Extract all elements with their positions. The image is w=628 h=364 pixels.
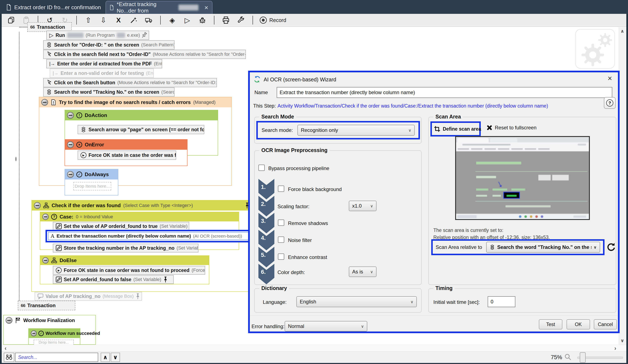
define-scan-area-button[interactable]: Define scan area [443,126,481,132]
this-step-path-link[interactable]: Activity Workflow/Transaction/Check if t… [278,103,588,109]
on-error-header[interactable]: × OnError [65,140,187,150]
delete-button[interactable]: X [114,15,123,25]
do-action-header[interactable]: ! DoAction [65,110,218,120]
cancel-button[interactable]: Cancel [594,319,617,329]
close-tab-icon[interactable]: × [204,4,208,11]
relative-step-value: Search the word "Tracking No." on the sc [497,244,591,250]
do-else-header[interactable]: DoElse [40,256,209,265]
block-type: (Managed) [193,100,215,105]
collapse-icon[interactable] [67,141,74,148]
case-header[interactable]: ? Case: 0 = Inbound Value [40,212,239,221]
step-force-ok-not-found[interactable]: ▶ Force OK state in case order was not f… [53,266,205,275]
step-store-tracking-number[interactable]: Store the tracking number in the AP trac… [53,244,198,252]
try-catch-header[interactable]: Try to find the image of no search resul… [39,97,231,107]
pin-icon[interactable] [136,293,140,299]
move-down-button[interactable]: ⇩ [99,15,108,25]
scroll-left-icon[interactable]: ‹ [5,346,6,351]
copy-button[interactable] [6,15,16,25]
settings-wrench-button[interactable] [236,15,246,25]
collapse-transaction-node[interactable] [15,157,16,161]
wizard-wand-button[interactable] [129,15,139,25]
run-button[interactable]: ▷ [182,15,192,25]
ok-button[interactable]: OK [566,319,590,329]
step-enter-nonvalid-order-id[interactable]: |→ Enter a non-valid order id for testin… [50,69,154,78]
find-next-button[interactable]: ∨ [111,353,120,362]
tab-bar: Extract order ID fro...er confirmation *… [0,0,628,14]
zoom-slider-handle[interactable] [580,352,586,363]
collapse-icon[interactable] [67,112,74,119]
collapse-icon[interactable] [67,171,74,178]
scroll-down-icon[interactable]: ∨ [621,338,624,343]
remove-shadows-checkbox[interactable] [278,219,284,226]
delivery-truck-button[interactable] [144,15,154,25]
debug-button[interactable] [198,15,207,25]
reset-x-icon [486,125,492,130]
scroll-up-icon[interactable]: ∧ [621,29,624,34]
step-set-orderid-true[interactable]: Set the value of AP orderid_found to tru… [53,222,189,231]
color-depth-select[interactable]: As is [349,267,377,277]
move-up-button[interactable]: ⇧ [83,15,93,25]
enhance-contrast-checkbox[interactable] [278,253,284,260]
refresh-icon[interactable] [606,243,615,251]
preview-content: ↓ [456,137,589,219]
step-click-search-button[interactable]: Click on the Search button (Mouse Action… [43,78,217,87]
collapse-icon[interactable] [31,330,37,336]
vertical-scrollbar[interactable]: ∧ ∨ [619,27,626,345]
force-black-background-checkbox[interactable] [278,186,284,192]
tab-extract-tracking-no[interactable]: *Extract tracking No...der from × [105,1,213,14]
print-button[interactable] [221,15,231,25]
step-enter-order-id[interactable]: |→ Enter the order id extracted from the… [46,59,162,68]
collapse-icon[interactable] [41,99,48,106]
pin-icon[interactable] [141,31,148,39]
tab-extract-order-id[interactable]: Extract order ID fro...er confirmation [6,1,101,13]
reset-fullscreen-button[interactable]: Reset to fullscreen [486,125,537,131]
step-set-orderid-false[interactable]: Set AP orderid_found to false (Set Varia… [53,275,174,284]
drop-items-placeholder[interactable]: Drop Items here... [74,182,111,190]
step-message-box[interactable]: Value of AP tracking_no (Message Box) [35,292,142,301]
breakpoint-diamond-button[interactable]: ◈ [167,15,177,25]
do-always-header[interactable]: ✓ DoAlways [65,169,118,179]
pin-icon[interactable] [163,276,168,283]
run-succeeded-header[interactable]: ✓ Workflow run succeeded [29,329,80,338]
selected-step-highlight: A Extract the transaction number (direct… [46,230,268,242]
finalization-header[interactable]: Workflow Finalization [3,315,95,325]
error-x-icon: × [76,142,82,147]
noise-filter-checkbox[interactable] [278,236,284,243]
test-button[interactable]: Test [539,319,562,329]
drop-items-placeholder[interactable]: Drop Items here... [34,340,74,345]
transaction-end-marker[interactable]: 66 Transaction [18,301,75,310]
select-case-header[interactable]: Check if the order was found (Select Cas… [32,201,251,211]
close-dialog-icon[interactable]: × [608,74,612,83]
group-label: Search Mode [259,114,296,120]
error-handling-select[interactable]: Normal [285,321,367,332]
select-case-icon [43,203,49,209]
step-search-order-id[interactable]: Search for "Order-ID: " on the screen (S… [43,40,174,50]
horizontal-scrollbar[interactable]: ‹ › [2,345,626,352]
collapse-icon[interactable] [42,214,49,220]
initial-wait-field[interactable] [488,296,515,307]
search-mode-select[interactable]: Recognition only [298,125,415,136]
help-button[interactable]: ? [604,97,616,109]
transaction-icon: 66 [30,24,35,30]
scroll-right-icon[interactable]: › [614,346,616,351]
find-previous-button[interactable]: ∧ [101,353,110,362]
step-run-program[interactable]: ▷ Run (Run Program e.exe) [46,31,149,40]
collapse-icon[interactable] [6,317,12,324]
find-button[interactable] [4,353,14,362]
bypass-pipeline-checkbox[interactable] [258,165,265,171]
step-search-tracking-no[interactable]: Search the word "Tracking No." on the sc… [43,87,174,97]
record-button[interactable]: Record [260,16,286,24]
step-extract-transaction-number[interactable]: A Extract the transaction number (direct… [48,232,265,240]
scan-area-relative-button[interactable]: Search the word "Tracking No." on the sc [486,242,600,253]
language-select[interactable]: English [296,296,417,307]
search-input[interactable] [15,353,98,362]
step-search-arrow-up[interactable]: Search arrow up "page" on screen (== ord… [78,125,204,134]
step-force-ok-found[interactable]: ▶ Force OK state in case the order was f… [78,150,176,160]
scaling-factor-select[interactable]: x1.0 [349,201,377,211]
collapse-icon[interactable] [34,202,41,209]
name-field[interactable] [277,87,612,98]
drop-placeholder-label: Drop Items here... [39,340,69,345]
collapse-icon[interactable] [42,257,49,264]
step-label: Click in the search field next to "Order… [54,52,151,57]
step-click-search-field[interactable]: Click in the search field next to "Order… [43,50,246,59]
